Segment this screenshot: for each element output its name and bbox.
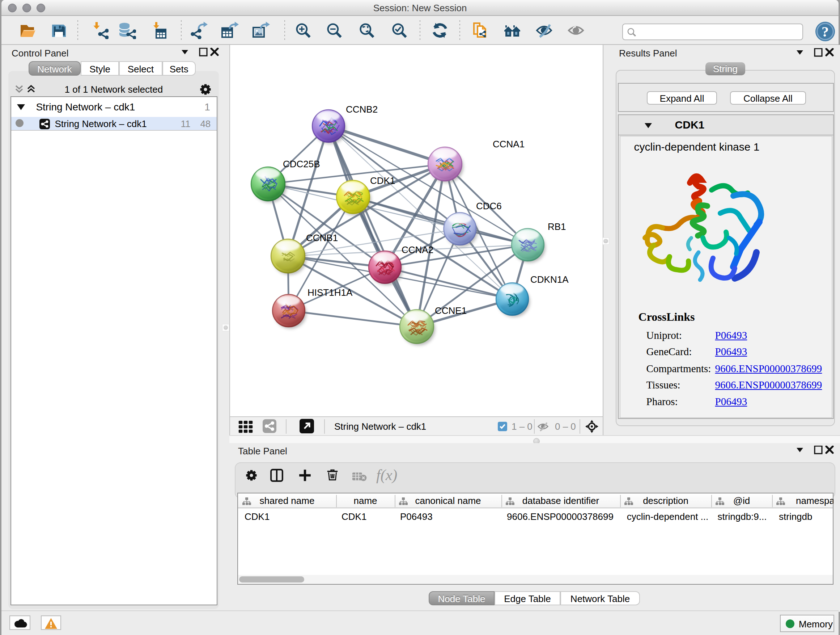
svg-text:?: ? [821,24,829,40]
svg-text:CCNA1: CCNA1 [493,139,524,149]
svg-text:HIST1H1A: HIST1H1A [308,287,353,298]
svg-text:RB1: RB1 [548,221,566,232]
svg-text:CCNB1: CCNB1 [306,233,338,243]
svg-text:CCNB2: CCNB2 [346,104,378,115]
svg-text:CCNE1: CCNE1 [435,305,467,316]
svg-text:CDK1: CDK1 [370,175,395,186]
svg-text:CDKN1A: CDKN1A [531,274,569,285]
svg-text:CDC6: CDC6 [476,201,502,211]
svg-text:CDC25B: CDC25B [283,158,320,169]
svg-text:CCNA2: CCNA2 [401,244,433,255]
